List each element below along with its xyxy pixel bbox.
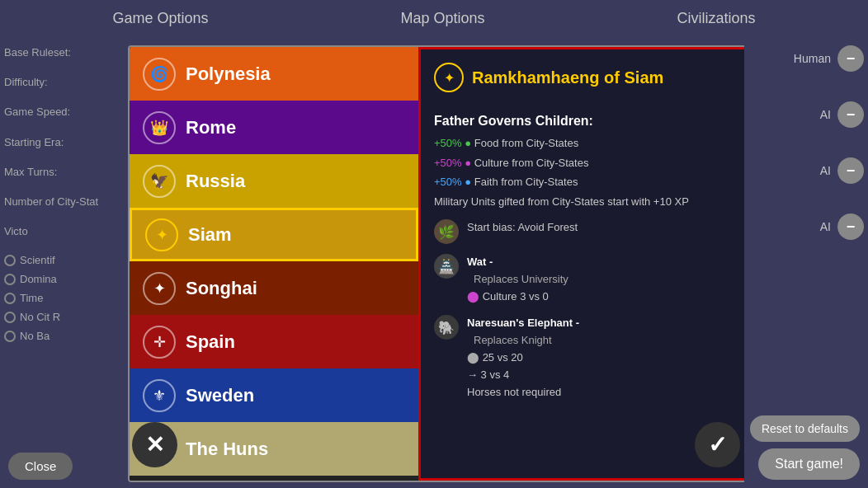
player-row-3: AI − — [748, 157, 864, 184]
left-panel: Base Ruleset: Difficulty: Game Speed: St… — [0, 37, 132, 488]
civ-item-siam[interactable]: ✦ Siam — [130, 208, 418, 261]
no-city-razing[interactable]: No Cit R — [4, 311, 128, 323]
game-speed-option: Game Speed: — [4, 105, 128, 120]
civ-list[interactable]: 🌀 Polynesia 👑 Rome 🦅 Russia ✦ Siam ✦ Son… — [130, 47, 418, 481]
radio-time[interactable] — [4, 293, 16, 304]
bottom-right-buttons: Reset to defaults Start game! — [750, 415, 860, 480]
tab-game-options[interactable]: Game Options — [112, 10, 208, 27]
civ-name-songhai: Songhai — [186, 278, 257, 299]
reset-button[interactable]: Reset to defaults — [750, 415, 860, 442]
civ-item-spain[interactable]: ✛ Spain — [130, 315, 418, 368]
wat-row: 🏯 Wat - Replaces University ⬤ Culture 3 … — [434, 254, 734, 305]
civ-selection-modal: 🌀 Polynesia 👑 Rome 🦅 Russia ✦ Siam ✦ Son… — [128, 45, 751, 482]
wat-replaces: Replaces University — [474, 273, 568, 285]
trait-culture-percent: +50% — [434, 157, 462, 169]
civ-name-polynesia: Polynesia — [186, 63, 271, 85]
trait-faith-percent: +50% — [434, 176, 462, 188]
radio-scientific[interactable] — [4, 255, 16, 266]
civ-name-sweden: Sweden — [186, 385, 254, 406]
victory-label: Victo — [4, 224, 128, 239]
civ-icon-rome: 👑 — [143, 111, 176, 144]
player-row-4: AI − — [748, 214, 864, 240]
player-row-1: Human − — [748, 45, 864, 72]
close-button[interactable]: Close — [8, 453, 73, 480]
wat-stat: Culture 3 vs 0 — [483, 290, 549, 303]
wat-name: Wat - — [467, 256, 493, 268]
tab-map-options[interactable]: Map Options — [400, 10, 484, 27]
minus-button-3[interactable]: − — [837, 157, 864, 184]
civ-name-russia: Russia — [186, 171, 245, 192]
radio-domination[interactable] — [4, 274, 16, 285]
civ-name-spain: Spain — [186, 331, 235, 353]
leader-icon: ✦ — [434, 63, 464, 92]
leader-header: ✦ Ramkhamhaeng of Siam — [434, 63, 734, 101]
trait-food-text: Food from City-States — [474, 137, 578, 149]
civ-icon-songhai: ✦ — [143, 272, 176, 305]
elephant-stat1-val: 25 vs 20 — [483, 351, 523, 364]
elephant-stat2: → 3 vs 4 — [467, 368, 509, 381]
elephant-row: 🐘 Naresuan's Elephant - Replaces Knight … — [434, 315, 734, 401]
civ-name-huns: The Huns — [186, 439, 268, 460]
modal-cancel-button[interactable]: ✕ — [132, 422, 177, 467]
elephant-text: Naresuan's Elephant - Replaces Knight ⬤ … — [467, 315, 579, 401]
start-bias-icon: 🌿 — [434, 219, 459, 244]
no-barbarians[interactable]: No Ba — [4, 330, 128, 342]
wat-icon: 🏯 — [434, 254, 459, 279]
elephant-note: Horses not required — [467, 386, 561, 398]
header: Game Options Map Options Civilizations — [0, 0, 868, 37]
domination-victory[interactable]: Domina — [4, 273, 128, 285]
base-ruleset-option: Base Ruleset: — [4, 45, 128, 60]
trait-military: Military Units gifted from City-States s… — [434, 194, 734, 210]
civ-icon-polynesia: 🌀 — [143, 58, 176, 91]
civ-item-songhai[interactable]: ✦ Songhai — [130, 261, 418, 315]
civ-icon-sweden: ⚜ — [143, 379, 176, 412]
trait-food-percent: +50% — [434, 137, 462, 149]
minus-button-2[interactable]: − — [837, 101, 864, 128]
civ-item-rome[interactable]: 👑 Rome — [130, 101, 418, 154]
start-bias-text: Start bias: Avoid Forest — [467, 219, 578, 237]
time-victory[interactable]: Time — [4, 292, 128, 304]
tab-civilizations[interactable]: Civilizations — [677, 10, 755, 27]
civ-icon-russia: 🦅 — [143, 165, 176, 198]
start-bias-row: 🌿 Start bias: Avoid Forest — [434, 219, 734, 244]
minus-button-4[interactable]: − — [837, 214, 864, 240]
difficulty-option: Difficulty: — [4, 75, 128, 90]
trait-faith: +50% ● Faith from City-States — [434, 174, 734, 190]
player-label-1: Human — [794, 52, 831, 65]
starting-era-option: Starting Era: — [4, 135, 128, 150]
checkbox-no-city-razing[interactable] — [4, 312, 16, 323]
wat-stat-dot: ⬤ — [467, 290, 483, 303]
trait-culture-dot: ● — [465, 157, 471, 169]
trait-food: +50% ● Food from City-States — [434, 135, 734, 152]
civ-detail-panel: ✦ Ramkhamhaeng of Siam Father Governs Ch… — [418, 47, 749, 481]
max-turns-option: Max Turns: — [4, 165, 128, 180]
trait-culture-text: Culture from City-States — [474, 157, 589, 169]
minus-button-1[interactable]: − — [837, 45, 864, 72]
player-label-2: AI — [820, 108, 831, 121]
leader-name: Ramkhamhaeng of Siam — [472, 68, 663, 87]
civ-item-sweden[interactable]: ⚜ Sweden — [130, 368, 418, 422]
num-city-states-option: Number of City-Stat — [4, 195, 128, 209]
player-row-2: AI − — [748, 101, 864, 128]
trait-culture: +50% ● Culture from City-States — [434, 155, 734, 171]
wat-text: Wat - Replaces University ⬤ Culture 3 vs… — [467, 254, 568, 305]
trait-faith-text: Faith from City-States — [474, 176, 578, 188]
checkbox-no-barbarians[interactable] — [4, 331, 16, 342]
scientific-victory[interactable]: Scientif — [4, 254, 128, 266]
elephant-replaces: Replaces Knight — [474, 334, 552, 346]
start-game-button[interactable]: Start game! — [758, 448, 860, 480]
civ-icon-siam: ✦ — [145, 218, 178, 251]
civ-item-russia[interactable]: 🦅 Russia — [130, 154, 418, 208]
modal-confirm-button[interactable]: ✓ — [695, 422, 740, 467]
elephant-name: Naresuan's Elephant - — [467, 317, 579, 329]
player-label-4: AI — [820, 220, 831, 233]
trait-food-dot: ● — [465, 137, 471, 149]
elephant-icon: 🐘 — [434, 315, 459, 340]
trait-faith-dot: ● — [465, 176, 471, 188]
player-label-3: AI — [820, 164, 831, 177]
trait-title: Father Governs Children: — [434, 114, 734, 129]
elephant-stat1: ⬤ — [467, 351, 483, 364]
civ-icon-spain: ✛ — [143, 326, 176, 359]
civ-item-polynesia[interactable]: 🌀 Polynesia — [130, 47, 418, 101]
civ-name-rome: Rome — [186, 117, 236, 138]
